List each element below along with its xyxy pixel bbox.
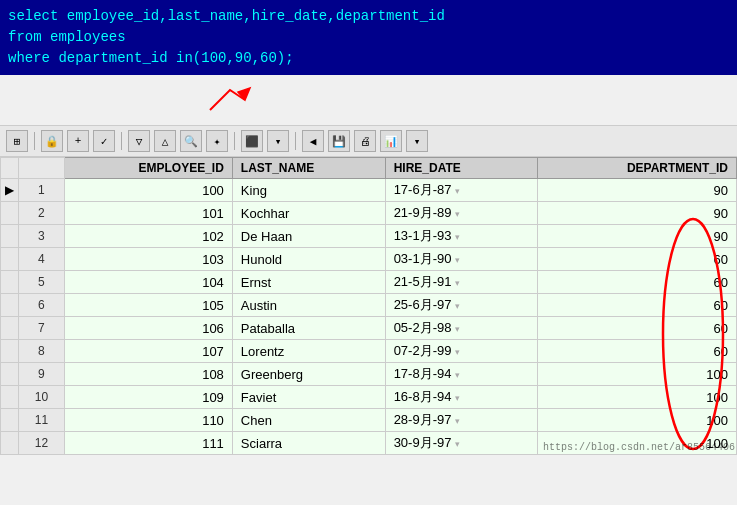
cell-employee-id: 101 [64, 202, 232, 225]
row-number: 10 [19, 386, 65, 409]
row-indicator [1, 202, 19, 225]
row-number: 5 [19, 271, 65, 294]
table-row[interactable]: 9108Greenberg17-8月-94 ▾100 [1, 363, 737, 386]
cell-employee-id: 105 [64, 294, 232, 317]
header-department-id[interactable]: DEPARTMENT_ID [538, 158, 737, 179]
cell-department-id: 60 [538, 340, 737, 363]
annotation-area [0, 75, 737, 125]
cell-hire-date: 17-8月-94 ▾ [385, 363, 538, 386]
cell-last-name: Lorentz [232, 340, 385, 363]
cell-department-id: 90 [538, 202, 737, 225]
header-indicator [1, 158, 19, 179]
cell-department-id: 90 [538, 179, 737, 202]
row-indicator [1, 248, 19, 271]
separator3 [234, 132, 235, 150]
add-button[interactable]: + [67, 130, 89, 152]
table-row[interactable]: 7106Pataballa05-2月-98 ▾60 [1, 317, 737, 340]
table-row[interactable]: 5104Ernst21-5月-91 ▾60 [1, 271, 737, 294]
cell-hire-date: 21-5月-91 ▾ [385, 271, 538, 294]
cell-last-name: Chen [232, 409, 385, 432]
table-button[interactable]: ⬛ [241, 130, 263, 152]
svg-marker-0 [238, 88, 250, 100]
chart-dropdown-button[interactable]: ▾ [406, 130, 428, 152]
table-row[interactable]: 10109Faviet16-8月-94 ▾100 [1, 386, 737, 409]
cell-department-id: 100 [538, 386, 737, 409]
row-number: 2 [19, 202, 65, 225]
cell-last-name: Faviet [232, 386, 385, 409]
cell-department-id: 90 [538, 225, 737, 248]
chart-button[interactable]: 📊 [380, 130, 402, 152]
sql-line2: from employees [8, 27, 729, 48]
table-row[interactable]: 11110Chen28-9月-97 ▾100 [1, 409, 737, 432]
cell-last-name: Ernst [232, 271, 385, 294]
sql-editor[interactable]: select employee_id,last_name,hire_date,d… [0, 0, 737, 75]
separator1 [34, 132, 35, 150]
cell-employee-id: 100 [64, 179, 232, 202]
row-number: 1 [19, 179, 65, 202]
separator2 [121, 132, 122, 150]
row-number: 12 [19, 432, 65, 455]
cell-hire-date: 21-9月-89 ▾ [385, 202, 538, 225]
table-row[interactable]: ▶1100King17-6月-87 ▾90 [1, 179, 737, 202]
row-number: 11 [19, 409, 65, 432]
table-row[interactable]: 2101Kochhar21-9月-89 ▾90 [1, 202, 737, 225]
cell-employee-id: 111 [64, 432, 232, 455]
table-row[interactable]: 4103Hunold03-1月-90 ▾60 [1, 248, 737, 271]
cell-hire-date: 25-6月-97 ▾ [385, 294, 538, 317]
cell-department-id: 100 [538, 409, 737, 432]
left-arrow-button[interactable]: ◀ [302, 130, 324, 152]
table-header-row: EMPLOYEE_ID LAST_NAME HIRE_DATE DEPARTME… [1, 158, 737, 179]
cell-hire-date: 30-9月-97 ▾ [385, 432, 538, 455]
cell-hire-date: 05-2月-98 ▾ [385, 317, 538, 340]
watermark: https://blog.csdn.net/ar85564406 [543, 442, 735, 453]
cell-last-name: Hunold [232, 248, 385, 271]
search-button[interactable]: 🔍 [180, 130, 202, 152]
cell-department-id: 100 [538, 363, 737, 386]
cell-department-id: 60 [538, 271, 737, 294]
cell-employee-id: 102 [64, 225, 232, 248]
cell-last-name: Sciarra [232, 432, 385, 455]
separator4 [295, 132, 296, 150]
cell-department-id: 60 [538, 294, 737, 317]
lock-button[interactable]: 🔒 [41, 130, 63, 152]
table-row[interactable]: 3102De Haan13-1月-93 ▾90 [1, 225, 737, 248]
row-indicator [1, 317, 19, 340]
table-row[interactable]: 8107Lorentz07-2月-99 ▾60 [1, 340, 737, 363]
row-indicator [1, 225, 19, 248]
save-button[interactable]: 💾 [328, 130, 350, 152]
header-hire-date[interactable]: HIRE_DATE [385, 158, 538, 179]
row-number: 9 [19, 363, 65, 386]
cell-department-id: 60 [538, 317, 737, 340]
row-indicator: ▶ [1, 179, 19, 202]
row-indicator [1, 340, 19, 363]
header-employee-id[interactable]: EMPLOYEE_ID [64, 158, 232, 179]
grid-button[interactable]: ⊞ [6, 130, 28, 152]
header-last-name[interactable]: LAST_NAME [232, 158, 385, 179]
row-number: 8 [19, 340, 65, 363]
table-container[interactable]: EMPLOYEE_ID LAST_NAME HIRE_DATE DEPARTME… [0, 157, 737, 455]
row-indicator [1, 409, 19, 432]
dropdown-button[interactable]: ▾ [267, 130, 289, 152]
cell-hire-date: 16-8月-94 ▾ [385, 386, 538, 409]
sql-line3: where department_id in(100,90,60); [8, 48, 729, 69]
table-row[interactable]: 6105Austin25-6月-97 ▾60 [1, 294, 737, 317]
cell-employee-id: 104 [64, 271, 232, 294]
row-indicator [1, 294, 19, 317]
print-button[interactable]: 🖨 [354, 130, 376, 152]
row-number: 3 [19, 225, 65, 248]
cell-employee-id: 106 [64, 317, 232, 340]
cell-last-name: Greenberg [232, 363, 385, 386]
check-button[interactable]: ✓ [93, 130, 115, 152]
cell-employee-id: 108 [64, 363, 232, 386]
cell-employee-id: 107 [64, 340, 232, 363]
cell-last-name: Kochhar [232, 202, 385, 225]
row-number: 7 [19, 317, 65, 340]
cell-department-id: 60 [538, 248, 737, 271]
sparkle-button[interactable]: ✦ [206, 130, 228, 152]
filter-down-button[interactable]: ▽ [128, 130, 150, 152]
cell-hire-date: 13-1月-93 ▾ [385, 225, 538, 248]
filter-up-button[interactable]: △ [154, 130, 176, 152]
results-table-wrapper: EMPLOYEE_ID LAST_NAME HIRE_DATE DEPARTME… [0, 157, 737, 455]
row-indicator [1, 271, 19, 294]
cell-employee-id: 103 [64, 248, 232, 271]
